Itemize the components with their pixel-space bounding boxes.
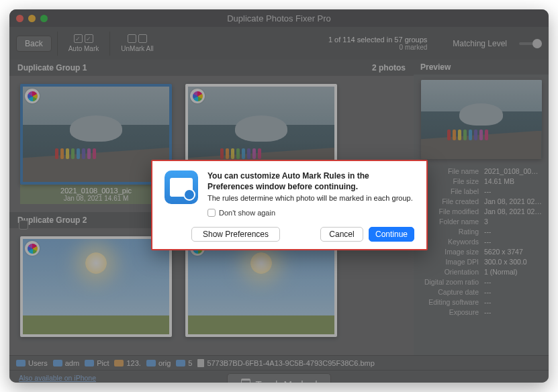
auto-mark-dialog: You can customize Auto Mark Rules in the… (151, 160, 428, 250)
photos-app-icon (25, 89, 40, 103)
folder-icon (176, 360, 185, 366)
metadata-row: Capture date--- (420, 287, 542, 297)
metadata-row: Image size5620 x 3747 (420, 246, 542, 256)
iphone-sub: Save space on iPhone (19, 382, 96, 383)
folder-icon (16, 360, 26, 366)
auto-mark-label: Auto Mark (68, 45, 99, 52)
dialog-title: You can customize Auto Mark Rules in the… (207, 170, 414, 192)
breadcrumb-item[interactable]: 5 (176, 359, 192, 367)
folder-icon (114, 360, 124, 366)
matching-slider[interactable] (519, 42, 542, 45)
metadata-row: Rating--- (420, 226, 542, 236)
preview-image (421, 80, 542, 159)
trash-icon (241, 379, 250, 383)
metadata-row: File label--- (420, 186, 542, 196)
continue-button[interactable]: Continue (369, 227, 414, 242)
breadcrumb-item[interactable]: 5773B7BD-6FB1-4A13-9C5B-4793C95F38C6.bmp (197, 359, 374, 367)
cancel-button[interactable]: Cancel (320, 227, 363, 242)
show-preferences-button[interactable]: Show Preferences (191, 227, 280, 242)
dont-show-checkbox[interactable] (207, 209, 216, 217)
status-text: 1 of 114 selected in 57 groups 0 marked (328, 36, 427, 51)
metadata-row: Keywords--- (420, 236, 542, 246)
dialog-app-icon (165, 170, 198, 204)
folder-icon (146, 360, 156, 366)
file-icon (197, 359, 204, 367)
photos-app-icon (190, 89, 205, 103)
auto-mark-button[interactable]: ✓✓ Auto Mark (63, 33, 105, 54)
back-button[interactable]: Back (16, 36, 52, 52)
metadata-row: Folder name3 (420, 216, 542, 226)
folder-icon (53, 360, 62, 366)
iphone-link[interactable]: Also available on iPhone (19, 374, 96, 382)
metadata-row: File createdJan 08, 2021 02:09:... (420, 196, 542, 206)
breadcrumb: UsersadmPict123.orig55773B7BD-6FB1-4A13-… (9, 355, 549, 370)
toolbar: Back ✓✓ Auto Mark UnMark All 1 of 114 se… (9, 27, 549, 60)
metadata-row: Exposure--- (420, 307, 542, 317)
folder-icon (85, 360, 94, 366)
unmark-all-button[interactable]: UnMark All (115, 33, 158, 54)
breadcrumb-item[interactable]: 123. (114, 359, 140, 367)
photo-thumbnail[interactable] (185, 236, 337, 337)
gear-icon (183, 189, 195, 201)
breadcrumb-item[interactable]: orig (146, 359, 171, 367)
dont-show-label: Don't show again (219, 209, 275, 217)
group-header: Duplicate Group 1 2 photos (9, 60, 414, 76)
metadata-row: Editing software--- (420, 297, 542, 307)
app-window: Duplicate Photos Fixer Pro Back ✓✓ Auto … (9, 9, 549, 383)
photos-app-icon (25, 241, 40, 256)
breadcrumb-item[interactable]: Pict (85, 359, 109, 367)
metadata-row: Digital zoom ratio--- (420, 277, 542, 287)
metadata-row: File size14.61 MB (420, 176, 542, 186)
photo-thumbnail[interactable]: 2021_0108_0013_pic Jan 08, 2021 14.61 M (20, 84, 172, 204)
breadcrumb-item[interactable]: adm (53, 359, 79, 367)
thumb-caption: 2021_0108_0013_pic (20, 187, 172, 195)
metadata-row: File name2021_0108_0013_pi... (420, 166, 542, 176)
preview-panel: Preview File name2021_0108_0013_pi...Fil… (414, 60, 549, 355)
preview-header: Preview (414, 60, 549, 75)
unmark-all-label: UnMark All (121, 45, 153, 52)
titlebar: Duplicate Photos Fixer Pro (9, 9, 549, 27)
mark-checkbox[interactable] (19, 220, 28, 230)
breadcrumb-item[interactable]: Users (16, 359, 48, 367)
metadata-list: File name2021_0108_0013_pi...File size14… (420, 166, 542, 317)
matching-level: Matching Level (453, 39, 542, 48)
footer: Also available on iPhone Save space on i… (9, 370, 549, 383)
metadata-row: Image DPI300.0 x 300.0 (420, 256, 542, 266)
photo-thumbnail[interactable] (20, 236, 172, 337)
dialog-message: The rules determine which photo will be … (207, 194, 414, 202)
metadata-row: Orientation1 (Normal) (420, 266, 542, 277)
window-title: Duplicate Photos Fixer Pro (9, 13, 549, 23)
metadata-row: File modifiedJan 08, 2021 02:09:... (420, 206, 542, 216)
trash-marked-button[interactable]: Trash Marked (227, 373, 332, 383)
